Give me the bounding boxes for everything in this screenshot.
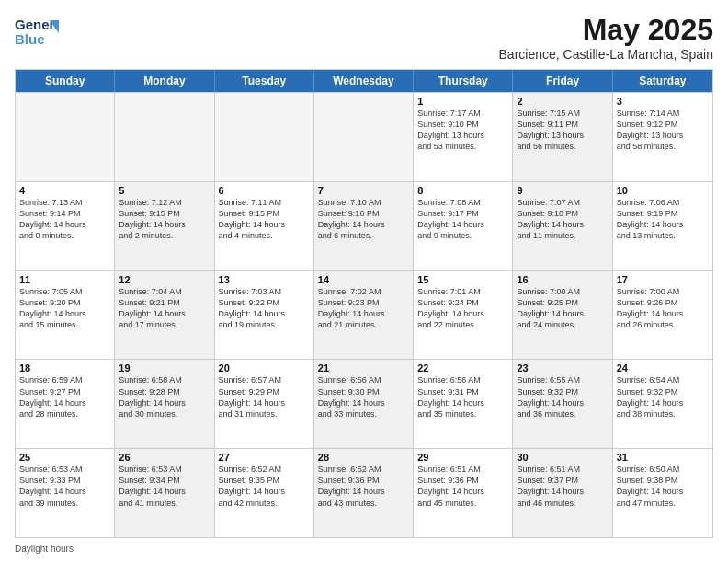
day-number: 1	[417, 96, 508, 107]
table-row: 28Sunrise: 6:52 AMSunset: 9:36 PMDayligh…	[314, 449, 414, 537]
day-number: 9	[517, 185, 608, 196]
day-number: 21	[318, 362, 409, 373]
day-number: 17	[617, 274, 709, 285]
table-row: 16Sunrise: 7:00 AMSunset: 9:25 PMDayligh…	[513, 271, 612, 360]
day-number: 22	[417, 362, 508, 373]
svg-text:General: General	[15, 17, 59, 32]
cell-info: Sunrise: 7:15 AMSunset: 9:11 PMDaylight:…	[517, 108, 608, 153]
table-row: 31Sunrise: 6:50 AMSunset: 9:38 PMDayligh…	[613, 449, 712, 537]
footer-text: Daylight hours	[15, 544, 74, 554]
title-block: May 2025 Barcience, Castille-La Mancha, …	[499, 13, 713, 62]
table-row: 21Sunrise: 6:56 AMSunset: 9:30 PMDayligh…	[314, 360, 414, 448]
day-number: 2	[517, 96, 608, 107]
header-sunday: Sunday	[16, 70, 115, 92]
cell-info: Sunrise: 7:02 AMSunset: 9:23 PMDaylight:…	[318, 286, 409, 331]
day-number: 29	[417, 452, 508, 463]
calendar-body: 1Sunrise: 7:17 AMSunset: 9:10 PMDaylight…	[16, 92, 712, 537]
table-row	[16, 93, 115, 181]
table-row: 29Sunrise: 6:51 AMSunset: 9:36 PMDayligh…	[414, 449, 513, 537]
cell-info: Sunrise: 6:54 AMSunset: 9:32 PMDaylight:…	[617, 374, 709, 419]
day-number: 14	[318, 274, 409, 285]
day-number: 27	[219, 452, 310, 463]
table-row: 15Sunrise: 7:01 AMSunset: 9:24 PMDayligh…	[414, 271, 513, 360]
header-saturday: Saturday	[613, 70, 712, 92]
table-row	[115, 93, 214, 181]
cell-info: Sunrise: 7:07 AMSunset: 9:18 PMDaylight:…	[517, 197, 608, 242]
table-row	[215, 93, 314, 181]
cell-info: Sunrise: 7:14 AMSunset: 9:12 PMDaylight:…	[617, 108, 709, 153]
cell-info: Sunrise: 7:10 AMSunset: 9:16 PMDaylight:…	[318, 197, 409, 242]
day-number: 10	[617, 185, 709, 196]
cell-info: Sunrise: 7:00 AMSunset: 9:25 PMDaylight:…	[517, 286, 608, 331]
cal-row: 18Sunrise: 6:59 AMSunset: 9:27 PMDayligh…	[16, 359, 712, 448]
day-number: 30	[517, 452, 608, 463]
day-number: 15	[417, 274, 508, 285]
footer: Daylight hours	[15, 544, 713, 554]
table-row: 1Sunrise: 7:17 AMSunset: 9:10 PMDaylight…	[414, 93, 513, 181]
cell-info: Sunrise: 7:12 AMSunset: 9:15 PMDaylight:…	[119, 197, 210, 242]
table-row: 20Sunrise: 6:57 AMSunset: 9:29 PMDayligh…	[215, 360, 314, 448]
day-number: 7	[318, 185, 409, 196]
table-row: 22Sunrise: 6:56 AMSunset: 9:31 PMDayligh…	[414, 360, 513, 448]
table-row: 11Sunrise: 7:05 AMSunset: 9:20 PMDayligh…	[16, 271, 115, 360]
subtitle: Barcience, Castille-La Mancha, Spain	[499, 47, 713, 62]
day-number: 24	[617, 362, 709, 373]
cell-info: Sunrise: 6:58 AMSunset: 9:28 PMDaylight:…	[119, 374, 210, 419]
table-row: 8Sunrise: 7:08 AMSunset: 9:17 PMDaylight…	[414, 182, 513, 270]
cell-info: Sunrise: 6:50 AMSunset: 9:38 PMDaylight:…	[617, 464, 709, 509]
logo: General Blue	[15, 13, 59, 53]
table-row: 18Sunrise: 6:59 AMSunset: 9:27 PMDayligh…	[16, 360, 115, 448]
header: General Blue May 2025 Barcience, Castill…	[15, 13, 713, 62]
header-monday: Monday	[115, 70, 214, 92]
calendar-header: Sunday Monday Tuesday Wednesday Thursday…	[16, 70, 712, 92]
cell-info: Sunrise: 6:52 AMSunset: 9:36 PMDaylight:…	[318, 464, 409, 509]
day-number: 8	[417, 185, 508, 196]
day-number: 13	[219, 274, 310, 285]
table-row: 30Sunrise: 6:51 AMSunset: 9:37 PMDayligh…	[513, 449, 612, 537]
table-row: 13Sunrise: 7:03 AMSunset: 9:22 PMDayligh…	[215, 271, 314, 360]
table-row: 26Sunrise: 6:53 AMSunset: 9:34 PMDayligh…	[115, 449, 214, 537]
table-row: 14Sunrise: 7:02 AMSunset: 9:23 PMDayligh…	[314, 271, 414, 360]
cell-info: Sunrise: 7:17 AMSunset: 9:10 PMDaylight:…	[417, 108, 508, 153]
cell-info: Sunrise: 6:56 AMSunset: 9:31 PMDaylight:…	[417, 374, 508, 419]
table-row: 6Sunrise: 7:11 AMSunset: 9:15 PMDaylight…	[215, 182, 314, 270]
day-number: 20	[219, 362, 310, 373]
day-number: 12	[119, 274, 210, 285]
cell-info: Sunrise: 6:51 AMSunset: 9:37 PMDaylight:…	[517, 464, 608, 509]
cell-info: Sunrise: 6:55 AMSunset: 9:32 PMDaylight:…	[517, 374, 608, 419]
cell-info: Sunrise: 6:56 AMSunset: 9:30 PMDaylight:…	[318, 374, 409, 419]
day-number: 3	[617, 96, 709, 107]
table-row: 10Sunrise: 7:06 AMSunset: 9:19 PMDayligh…	[613, 182, 712, 270]
day-number: 25	[19, 452, 110, 463]
table-row: 3Sunrise: 7:14 AMSunset: 9:12 PMDaylight…	[613, 93, 712, 181]
cell-info: Sunrise: 7:03 AMSunset: 9:22 PMDaylight:…	[219, 286, 310, 331]
svg-text:Blue: Blue	[15, 31, 45, 47]
day-number: 19	[119, 362, 210, 373]
table-row: 27Sunrise: 6:52 AMSunset: 9:35 PMDayligh…	[215, 449, 314, 537]
cell-info: Sunrise: 6:53 AMSunset: 9:33 PMDaylight:…	[19, 464, 110, 509]
cal-row: 11Sunrise: 7:05 AMSunset: 9:20 PMDayligh…	[16, 270, 712, 360]
cell-info: Sunrise: 7:06 AMSunset: 9:19 PMDaylight:…	[617, 197, 709, 242]
header-wednesday: Wednesday	[314, 70, 414, 92]
month-title: May 2025	[499, 13, 713, 47]
table-row: 17Sunrise: 7:00 AMSunset: 9:26 PMDayligh…	[613, 271, 712, 360]
cal-row: 4Sunrise: 7:13 AMSunset: 9:14 PMDaylight…	[16, 181, 712, 270]
cell-info: Sunrise: 7:04 AMSunset: 9:21 PMDaylight:…	[119, 286, 210, 331]
day-number: 28	[318, 452, 409, 463]
cal-row: 25Sunrise: 6:53 AMSunset: 9:33 PMDayligh…	[16, 448, 712, 537]
header-thursday: Thursday	[414, 70, 513, 92]
cell-info: Sunrise: 7:11 AMSunset: 9:15 PMDaylight:…	[219, 197, 310, 242]
table-row: 23Sunrise: 6:55 AMSunset: 9:32 PMDayligh…	[513, 360, 612, 448]
table-row: 24Sunrise: 6:54 AMSunset: 9:32 PMDayligh…	[613, 360, 712, 448]
cell-info: Sunrise: 6:57 AMSunset: 9:29 PMDaylight:…	[219, 374, 310, 419]
day-number: 18	[19, 362, 110, 373]
cell-info: Sunrise: 6:59 AMSunset: 9:27 PMDaylight:…	[19, 374, 110, 419]
table-row: 25Sunrise: 6:53 AMSunset: 9:33 PMDayligh…	[16, 449, 115, 537]
day-number: 26	[119, 452, 210, 463]
table-row: 2Sunrise: 7:15 AMSunset: 9:11 PMDaylight…	[513, 93, 612, 181]
table-row: 7Sunrise: 7:10 AMSunset: 9:16 PMDaylight…	[314, 182, 414, 270]
header-tuesday: Tuesday	[215, 70, 314, 92]
calendar: Sunday Monday Tuesday Wednesday Thursday…	[15, 69, 713, 538]
table-row	[314, 93, 414, 181]
table-row: 12Sunrise: 7:04 AMSunset: 9:21 PMDayligh…	[115, 271, 214, 360]
